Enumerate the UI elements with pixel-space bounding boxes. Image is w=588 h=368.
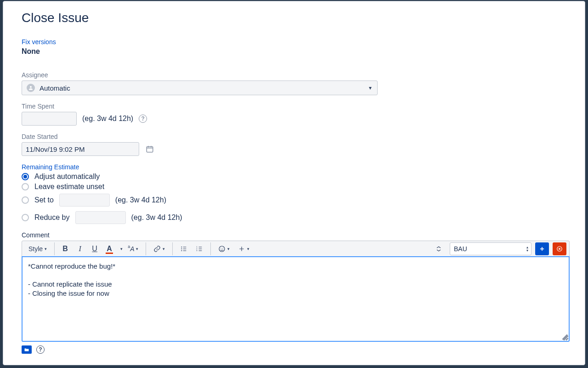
dialog-footer: Close Issue Cancel — [22, 361, 566, 368]
radio-set-to[interactable] — [22, 196, 29, 204]
canned-response-select[interactable]: BAU ▴▾ — [450, 242, 531, 255]
date-started-section: Date Started — [22, 133, 566, 156]
numbered-list-button[interactable]: 123 — [192, 242, 207, 255]
chevron-down-icon: ▾ — [163, 247, 165, 251]
svg-text:3: 3 — [197, 249, 198, 252]
comment-label: Comment — [22, 231, 566, 239]
canned-response-value: BAU — [454, 245, 467, 253]
svg-point-8 — [219, 246, 225, 252]
fix-versions-label: Fix versions — [22, 38, 566, 46]
date-started-input[interactable] — [22, 142, 139, 156]
comment-section: Comment Style ▾ B I U A ▾ aA ▾ — [22, 231, 566, 354]
select-spinner-icon: ▴▾ — [526, 246, 528, 252]
italic-button[interactable]: I — [73, 242, 87, 255]
dialog-title: Close Issue — [22, 11, 566, 25]
assignee-section: Assignee Automatic ▾ — [22, 71, 566, 95]
toolbar-separator — [210, 242, 211, 255]
time-spent-label: Time Spent — [22, 103, 566, 110]
toolbar-separator — [172, 242, 173, 255]
help-icon[interactable]: ? — [36, 345, 45, 354]
editor-toolbar: Style ▾ B I U A ▾ aA ▾ ▾ — [22, 241, 569, 257]
fix-versions-value: None — [22, 47, 566, 56]
attachment-browse-button[interactable] — [22, 345, 32, 354]
bullet-list-button[interactable] — [176, 242, 191, 255]
close-issue-dialog: Close Issue Fix versions None Assignee A… — [3, 1, 585, 365]
reduce-by-hint: (eg. 3w 4d 12h) — [131, 213, 182, 222]
radio-leave-label: Leave estimate unset — [34, 183, 104, 191]
radio-reduce-by[interactable] — [22, 214, 29, 221]
svg-point-3 — [181, 248, 182, 249]
bold-button[interactable]: B — [58, 242, 72, 255]
set-to-input[interactable] — [59, 194, 110, 207]
toolbar-separator — [54, 242, 55, 255]
style-dropdown[interactable]: Style ▾ — [25, 242, 51, 255]
link-button[interactable]: ▾ — [150, 242, 169, 255]
svg-point-0 — [30, 86, 32, 88]
assignee-label: Assignee — [22, 71, 566, 79]
calendar-icon[interactable] — [146, 145, 154, 153]
radio-set-to-label: Set to — [34, 196, 54, 204]
insert-more-button[interactable]: ▾ — [234, 242, 253, 255]
date-started-label: Date Started — [22, 133, 566, 140]
svg-point-9 — [221, 248, 221, 248]
toolbar-separator — [146, 242, 146, 255]
chevron-down-icon: ▾ — [369, 85, 372, 91]
time-spent-input[interactable] — [22, 112, 77, 126]
chevron-down-icon: ▾ — [247, 247, 249, 251]
chevron-down-icon: ▾ — [45, 247, 47, 251]
comment-textarea[interactable]: *Cannot reproduce the bug!* - Cannot rep… — [22, 256, 570, 342]
delete-response-button[interactable] — [553, 242, 566, 255]
chevron-down-icon: ▾ — [136, 247, 138, 251]
time-spent-hint: (eg. 3w 4d 12h) — [82, 115, 133, 123]
assignee-select[interactable]: Automatic ▾ — [22, 80, 378, 95]
svg-rect-1 — [147, 147, 153, 152]
radio-adjust-label: Adjust automatically — [34, 172, 100, 181]
reduce-by-input[interactable] — [75, 211, 126, 224]
time-spent-section: Time Spent (eg. 3w 4d 12h) ? — [22, 103, 566, 126]
remaining-estimate-section: Remaining Estimate Adjust automatically … — [22, 163, 566, 226]
assignee-value: Automatic — [40, 84, 70, 92]
add-response-button[interactable] — [535, 242, 549, 255]
radio-adjust-automatically[interactable] — [22, 173, 29, 180]
radio-reduce-by-label: Reduce by — [34, 213, 70, 222]
fix-versions-section: Fix versions None — [22, 38, 566, 64]
set-to-hint: (eg. 3w 4d 12h) — [115, 196, 166, 204]
svg-point-2 — [181, 247, 182, 247]
help-icon[interactable]: ? — [139, 115, 147, 123]
underline-button[interactable]: U — [88, 242, 102, 255]
emoji-button[interactable]: ▾ — [215, 242, 233, 255]
more-formatting-button[interactable]: aA ▾ — [126, 242, 142, 255]
text-color-button[interactable]: A — [102, 242, 116, 255]
chevron-down-icon: ▾ — [227, 247, 230, 251]
resize-handle[interactable] — [563, 335, 568, 340]
svg-point-4 — [181, 250, 182, 251]
radio-leave-unset[interactable] — [22, 183, 29, 190]
text-color-dropdown[interactable]: ▾ — [117, 242, 125, 255]
collapse-toolbar-button[interactable] — [431, 242, 446, 255]
style-dropdown-label: Style — [28, 245, 43, 253]
remaining-estimate-label: Remaining Estimate — [22, 163, 566, 171]
svg-point-10 — [223, 248, 223, 248]
user-avatar-icon — [27, 84, 35, 92]
comment-editor: Style ▾ B I U A ▾ aA ▾ ▾ — [22, 241, 570, 342]
